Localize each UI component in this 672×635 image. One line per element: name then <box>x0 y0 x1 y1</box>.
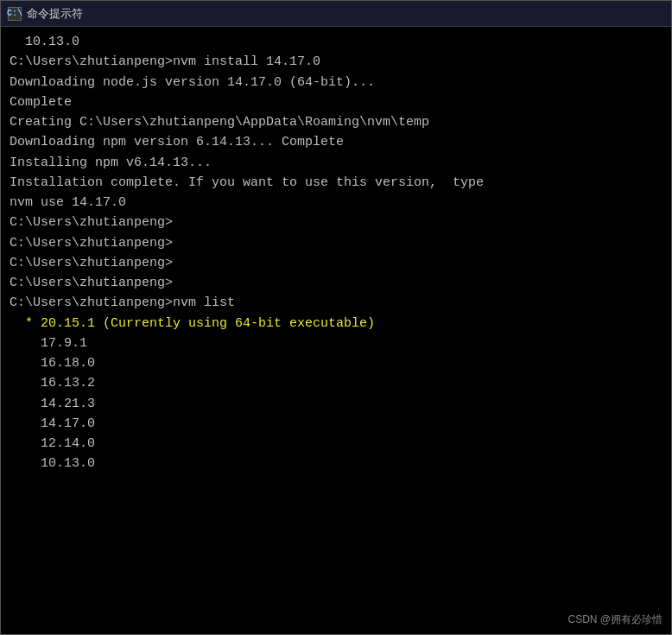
terminal-line: Downloading npm version 6.14.13... Compl… <box>10 132 662 152</box>
terminal-line: 16.18.0 <box>10 353 662 373</box>
cmd-window: C:\ 命令提示符 10.13.0C:\Users\zhutianpeng>nv… <box>0 0 672 635</box>
terminal-line: Creating C:\Users\zhutianpeng\AppData\Ro… <box>10 112 662 132</box>
terminal-line: C:\Users\zhutianpeng> <box>10 273 662 293</box>
terminal-line: C:\Users\zhutianpeng>nvm install 14.17.0 <box>10 52 662 72</box>
title-bar: C:\ 命令提示符 <box>1 1 671 27</box>
terminal-area[interactable]: 10.13.0C:\Users\zhutianpeng>nvm install … <box>1 27 671 634</box>
terminal-line: 17.9.1 <box>10 333 662 353</box>
terminal-line: Downloading node.js version 14.17.0 (64-… <box>10 73 662 92</box>
terminal-line: 10.13.0 <box>10 32 662 52</box>
terminal-line: C:\Users\zhutianpeng> <box>10 213 662 232</box>
title-bar-icon: C:\ <box>8 7 22 21</box>
terminal-line: 16.13.2 <box>10 373 662 393</box>
terminal-line: Installation complete. If you want to us… <box>10 173 662 193</box>
terminal-line: 14.17.0 <box>10 414 662 434</box>
terminal-line: Installing npm v6.14.13... <box>10 153 662 173</box>
terminal-line: Complete <box>10 92 662 112</box>
terminal-line: 14.21.3 <box>10 394 662 414</box>
terminal-line: 12.14.0 <box>10 434 662 454</box>
watermark: CSDN @拥有必珍惜 <box>567 613 662 627</box>
terminal-line: * 20.15.1 (Currently using 64-bit execut… <box>10 314 662 333</box>
terminal-line: 10.13.0 <box>10 454 662 473</box>
terminal-line: C:\Users\zhutianpeng>nvm list <box>10 293 662 313</box>
terminal-line: nvm use 14.17.0 <box>10 193 662 213</box>
terminal-line: C:\Users\zhutianpeng> <box>10 253 662 273</box>
title-bar-title: 命令提示符 <box>27 6 83 22</box>
terminal-content: 10.13.0C:\Users\zhutianpeng>nvm install … <box>10 32 662 474</box>
terminal-line: C:\Users\zhutianpeng> <box>10 233 662 253</box>
